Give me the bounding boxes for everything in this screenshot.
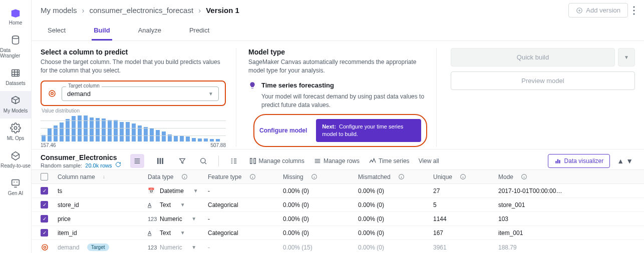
lightbulb-icon: [248, 82, 256, 90]
dist-bar: [114, 120, 118, 142]
overflow-menu-icon[interactable]: [633, 6, 635, 15]
svg-point-8: [49, 90, 55, 96]
row-missing: 0.00% (0): [283, 230, 309, 236]
target-column-highlight: Target column demand ▼: [41, 80, 226, 106]
row-mode: item_001: [498, 230, 523, 236]
header-checkbox[interactable]: [41, 173, 48, 180]
tab-predict[interactable]: Predict: [187, 22, 211, 40]
row-name: price: [58, 216, 71, 222]
row-checkbox[interactable]: ✓: [41, 229, 48, 236]
indent-icon[interactable]: [228, 155, 240, 167]
manage-rows-tool[interactable]: Manage rows: [313, 157, 360, 165]
tab-analyze[interactable]: Analyze: [136, 22, 163, 40]
distribution-label: Value distribution: [42, 108, 226, 114]
preview-model-button[interactable]: Preview model: [451, 72, 635, 90]
side-ready[interactable]: Ready-to-use: [0, 146, 31, 174]
manage-columns-tool[interactable]: Manage columns: [249, 157, 304, 165]
configure-model-link[interactable]: Configure model: [259, 127, 307, 134]
chevron-down-icon[interactable]: ▼: [193, 188, 198, 194]
side-genai[interactable]: Gen AI: [0, 174, 31, 201]
side-mymodels[interactable]: My Models: [0, 91, 31, 118]
svg-point-9: [51, 92, 54, 95]
side-datawrangler[interactable]: Data Wrangler: [0, 30, 31, 64]
ready-icon: [10, 150, 21, 161]
row-checkbox[interactable]: ✓: [41, 187, 48, 194]
expand-icon[interactable]: ▲ ▼: [615, 158, 635, 165]
svg-rect-3: [12, 180, 20, 186]
tab-build[interactable]: Build: [92, 22, 112, 40]
svg-point-5: [633, 6, 635, 8]
svg-rect-15: [254, 158, 255, 164]
chevron-right-icon: ›: [82, 6, 85, 14]
data-visualizer-button[interactable]: Data visualizer: [548, 154, 610, 168]
configure-model-highlight: Configure model Next: Configure your tim…: [253, 114, 427, 148]
table-row: ✓ts📅Datetime ▼-0.00% (0)0.00% (0)272017-…: [32, 184, 644, 198]
chevron-down-icon[interactable]: ▼: [191, 244, 196, 250]
row-mismatch: 0.00% (0): [358, 202, 384, 208]
side-mlops[interactable]: ML Ops: [0, 118, 31, 146]
row-missing: 0.00% (0): [283, 202, 309, 208]
row-checkbox[interactable]: ✓: [41, 201, 48, 208]
genai-icon: [10, 178, 21, 188]
breadcrumb-my-models[interactable]: My models: [41, 6, 77, 14]
filter-icon[interactable]: [176, 155, 188, 167]
table-row: ✓price123Numeric ▼-0.00% (0)0.00% (0)114…: [32, 212, 644, 226]
dist-bar: [150, 128, 154, 142]
target-column-label: Target column: [66, 83, 102, 88]
table-row: ✓item_idAText ▼Categorical0.00% (0)0.00%…: [32, 226, 644, 240]
next-tip: Next: Configure your time series model t…: [316, 119, 421, 142]
datatype-icon: 📅: [148, 188, 157, 194]
col-header-unique[interactable]: Unique: [433, 174, 498, 180]
chevron-down-icon[interactable]: ▼: [180, 202, 185, 208]
add-version-button[interactable]: Add version: [568, 3, 628, 18]
dist-x-min: 157.46: [41, 142, 56, 148]
distribution-chart: [41, 116, 226, 142]
model-type-body: Your model will forecast demand by using…: [261, 92, 427, 110]
logo-icon: [10, 7, 21, 18]
tab-select[interactable]: Select: [46, 22, 68, 40]
row-unique: 1144: [433, 216, 447, 222]
svg-rect-17: [557, 160, 558, 164]
dist-bar: [96, 118, 100, 142]
sample-rows-link[interactable]: 20.0k rows: [85, 162, 112, 168]
target-column-select[interactable]: Target column demand ▼: [62, 86, 219, 101]
side-datasets[interactable]: Datasets: [0, 64, 31, 91]
dist-bar: [216, 139, 220, 142]
svg-rect-11: [159, 158, 161, 164]
row-name: item_id: [58, 230, 77, 236]
search-icon[interactable]: [197, 155, 209, 167]
col-header-missing[interactable]: Missing: [283, 174, 358, 180]
data-wrangler-icon: [10, 34, 21, 46]
time-series-tool[interactable]: Time series: [369, 157, 410, 165]
quick-build-dropdown[interactable]: ▼: [618, 48, 635, 66]
side-home[interactable]: Home: [0, 3, 31, 30]
svg-point-26: [44, 246, 46, 248]
row-missing: 0.00% (15): [283, 244, 312, 251]
view-grid-icon[interactable]: [153, 154, 167, 168]
row-checkbox[interactable]: ✓: [41, 215, 48, 222]
row-name: store_id: [58, 202, 79, 208]
col-header-datatype[interactable]: Data type: [148, 174, 208, 180]
svg-rect-10: [157, 158, 159, 164]
row-unique: 167: [433, 230, 443, 236]
refresh-icon[interactable]: [115, 162, 121, 168]
datatype-icon: A: [148, 230, 157, 236]
view-list-icon[interactable]: [130, 154, 144, 168]
svg-point-13: [200, 158, 205, 163]
row-featuretype: -: [208, 244, 210, 251]
dist-bar: [210, 139, 214, 142]
breadcrumb-model-name[interactable]: consumer_electronics_forecast: [90, 6, 194, 14]
col-header-mismatch[interactable]: Mismatched: [358, 174, 433, 180]
row-mismatch: 0.00% (0): [358, 244, 384, 251]
row-name: ts: [58, 188, 62, 194]
col-header-mode[interactable]: Mode: [498, 174, 635, 180]
table-row: ✓store_idAText ▼Categorical0.00% (0)0.00…: [32, 198, 644, 212]
chevron-down-icon[interactable]: ▼: [180, 230, 185, 236]
quick-build-button[interactable]: Quick build: [451, 48, 615, 66]
row-featuretype: Categorical: [208, 230, 238, 236]
col-header-featuretype[interactable]: Feature type: [208, 174, 283, 180]
my-models-icon: [10, 95, 21, 106]
view-all-link[interactable]: View all: [419, 158, 439, 164]
chevron-down-icon[interactable]: ▼: [191, 216, 196, 222]
col-header-name[interactable]: Column name ↓: [58, 174, 148, 180]
